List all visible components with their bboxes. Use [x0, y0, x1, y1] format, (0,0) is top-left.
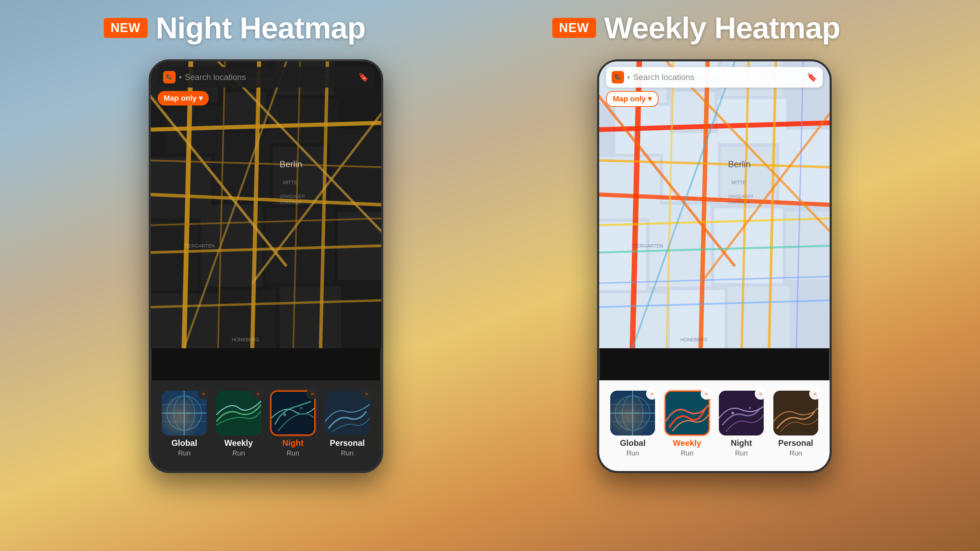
left-arrow-night: » — [306, 388, 318, 400]
right-topbar: 🥾 ▾ Search locations 🔖 Map only ▾ — [599, 61, 830, 110]
svg-point-50 — [283, 413, 286, 416]
right-sublabel-personal: Run — [789, 449, 802, 457]
right-label-global: Global — [620, 438, 646, 448]
right-title: Weekly Heatmap — [605, 10, 840, 46]
left-topbar: 🥾 ▾ Search locations 🔖 Map only ▾ — [151, 61, 381, 109]
right-section: NEW Weekly Heatmap — [525, 10, 904, 473]
svg-text:TIERGARTEN: TIERGARTEN — [184, 243, 215, 249]
left-label-global: Global — [172, 438, 197, 448]
svg-text:MITTE: MITTE — [731, 179, 746, 185]
right-phone-frame: GESUNDBRUNNEN GLEIMVIE... Berlin MITTE T… — [597, 59, 832, 473]
svg-rect-64 — [599, 222, 646, 290]
left-arrow-global: » — [198, 388, 209, 400]
svg-text:SPANDAUER: SPANDAUER — [728, 194, 753, 199]
svg-point-45 — [174, 396, 194, 430]
left-heatmap-night[interactable]: » Night Run — [270, 391, 315, 457]
left-bottom-card: » Global Run — [151, 380, 381, 471]
left-sublabel-personal: Run — [341, 449, 353, 457]
right-arrow-weekly: » — [701, 388, 712, 400]
left-label-personal: Personal — [330, 438, 364, 448]
svg-point-100 — [622, 396, 643, 430]
right-map-only-button[interactable]: Map only ▾ — [606, 91, 659, 107]
right-new-badge: NEW — [552, 18, 596, 38]
right-heatmap-global[interactable]: » Global Run — [610, 391, 655, 457]
right-sublabel-night: Run — [735, 449, 748, 457]
right-heatmap-personal[interactable]: » Personal Run — [773, 391, 818, 457]
left-search-text[interactable]: Search locations — [185, 72, 355, 82]
left-section: NEW Night Heatmap — [76, 10, 456, 473]
left-label-night: Night — [283, 438, 304, 448]
svg-rect-70 — [728, 287, 789, 348]
left-arrow-personal: » — [361, 388, 372, 400]
left-sublabel-global: Run — [178, 449, 191, 457]
left-search-bar[interactable]: 🥾 ▾ Search locations 🔖 — [158, 67, 374, 87]
left-heatmap-global[interactable]: » Global Run — [162, 391, 207, 457]
right-arrow-global: » — [646, 388, 658, 400]
right-bottom-card: » Global Run — [599, 380, 830, 471]
svg-text:TIERGARTEN: TIERGARTEN — [632, 243, 663, 249]
right-arrow-night: » — [755, 388, 767, 400]
right-chevron: ▾ — [627, 75, 630, 80]
left-heatmap-options: » Global Run — [159, 391, 373, 457]
left-title: Night Heatmap — [156, 10, 366, 46]
left-bookmark-icon[interactable]: 🔖 — [358, 72, 369, 82]
right-heatmap-night[interactable]: » Night Run — [719, 391, 764, 457]
svg-rect-17 — [279, 287, 341, 348]
left-chevron: ▾ — [179, 75, 181, 80]
svg-text:MITTE: MITTE — [283, 179, 298, 185]
left-sublabel-weekly: Run — [232, 449, 245, 457]
left-new-badge: NEW — [104, 18, 148, 38]
svg-text:Berlin: Berlin — [728, 159, 751, 169]
left-map: GESUNDBRUNNEN GLEIMVIE... Berlin MITTE T… — [151, 61, 381, 348]
right-arrow-personal: » — [809, 388, 821, 400]
right-header: NEW Weekly Heatmap — [525, 10, 840, 46]
left-sublabel-night: Run — [286, 449, 299, 457]
main-content: NEW Night Heatmap — [0, 0, 980, 551]
svg-text:VORSTADT: VORSTADT — [728, 200, 750, 205]
right-search-text[interactable]: Search locations — [633, 72, 803, 82]
right-shoe-icon: 🥾 — [612, 71, 624, 83]
right-heatmap-options: » Global Run — [608, 391, 821, 457]
right-map: GESUNDBRUNNEN GLEIMVIE... Berlin MITTE T… — [599, 61, 830, 348]
left-phone-frame: GESUNDBRUNNEN GLEIMVIE... Berlin MITTE T… — [149, 59, 383, 473]
right-bookmark-icon[interactable]: 🔖 — [807, 72, 817, 82]
svg-text:VORSTADT: VORSTADT — [279, 200, 301, 205]
right-label-weekly: Weekly — [673, 438, 701, 448]
left-shoe-icon: 🥾 — [163, 71, 176, 83]
right-label-personal: Personal — [778, 438, 813, 448]
svg-point-99 — [616, 396, 650, 430]
svg-text:SPANDAUER: SPANDAUER — [279, 194, 305, 199]
right-label-night: Night — [731, 438, 752, 448]
right-phone-wrapper: GESUNDBRUNNEN GLEIMVIE... Berlin MITTE T… — [580, 59, 849, 473]
svg-rect-11 — [151, 222, 198, 290]
svg-point-51 — [300, 407, 302, 410]
left-heatmap-personal[interactable]: » Personal Run — [325, 391, 370, 457]
left-header: NEW Night Heatmap — [76, 10, 366, 46]
left-heatmap-weekly[interactable]: » Weekly Run — [216, 391, 261, 457]
svg-point-106 — [749, 407, 751, 409]
svg-point-44 — [167, 396, 202, 430]
right-sublabel-weekly: Run — [681, 449, 694, 457]
svg-text:HONEBERG: HONEBERG — [232, 337, 259, 342]
left-map-only-button[interactable]: Map only ▾ — [158, 91, 209, 105]
right-search-bar[interactable]: 🥾 ▾ Search locations 🔖 — [606, 67, 823, 87]
left-phone-wrapper: GESUNDBRUNNEN GLEIMVIE... Berlin MITTE T… — [131, 59, 401, 473]
left-label-weekly: Weekly — [224, 438, 253, 448]
svg-point-105 — [731, 412, 734, 414]
svg-text:HONEBERG: HONEBERG — [680, 337, 708, 342]
right-heatmap-weekly[interactable]: » Weekly Run — [665, 391, 710, 457]
left-arrow-weekly: » — [252, 388, 264, 400]
right-sublabel-global: Run — [627, 449, 639, 457]
svg-text:Berlin: Berlin — [279, 159, 302, 169]
